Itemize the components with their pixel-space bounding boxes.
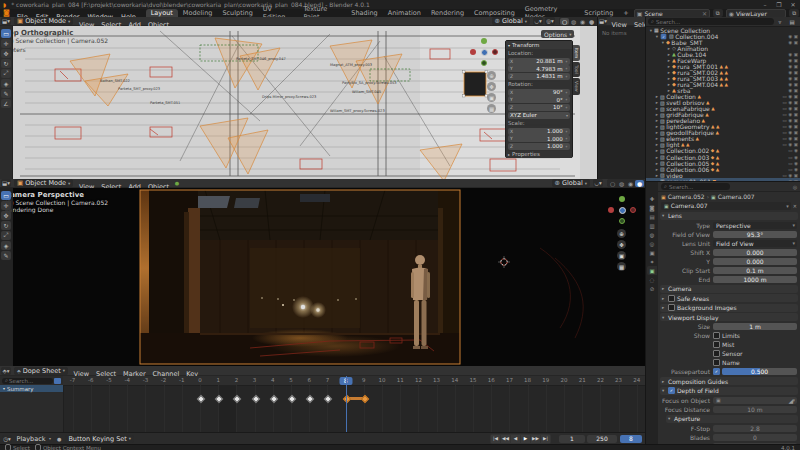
prop-value-field[interactable]: 2.8	[713, 425, 797, 432]
disable-render-icon[interactable]: ▣	[794, 106, 798, 111]
dope-keyframe-area[interactable]	[63, 385, 645, 432]
sensor-checkbox[interactable]	[713, 350, 720, 357]
rendered-shading-icon[interactable]: ●	[587, 18, 596, 25]
plan-canvas[interactable]: Parketa_SMT.046_proxy.047Magnat_ATM_prox…	[0, 26, 597, 179]
output-tab-icon[interactable]: ▤	[647, 212, 657, 221]
dof-checkbox[interactable]: ✓	[668, 387, 675, 394]
disable-viewport-icon[interactable]: ▭	[783, 100, 787, 105]
hide-eye-icon[interactable]: ◉	[788, 58, 792, 63]
location-x-field[interactable]: X20.881 m⚬	[508, 58, 570, 65]
playback-menu[interactable]: Playback	[13, 435, 49, 443]
expand-caret-icon[interactable]: ▾	[654, 34, 660, 39]
section-background-images[interactable]: ▸Background Images	[660, 304, 798, 312]
maximize-button[interactable]: ❐	[772, 0, 786, 9]
strip-editor-type-icon[interactable]: ⬓▾	[599, 17, 607, 25]
prop-value-field[interactable]: Field of View	[713, 240, 797, 247]
camera-view-icon[interactable]: ▣	[487, 93, 496, 102]
properties-panel-collapsed[interactable]: ▸Properties	[506, 151, 572, 158]
mode-dropdown[interactable]: ▣ Object Mode▾	[14, 179, 73, 187]
collection-checkbox[interactable]: ✓	[661, 33, 667, 39]
aperture-section-header[interactable]: ▾Aperture	[666, 415, 798, 423]
render-tab-icon[interactable]: ◙	[647, 203, 657, 212]
annotate-tool-icon[interactable]: ✎	[1, 251, 11, 260]
hide-eye-icon[interactable]: ◉	[788, 100, 792, 105]
pan-hand-icon[interactable]: ✥	[617, 240, 626, 249]
options-dropdown[interactable]: Options▾	[541, 30, 574, 38]
prop-value-field[interactable]: Perspective	[713, 222, 797, 229]
annotate-tool-icon[interactable]: ✎	[1, 89, 11, 98]
editor-type-icon[interactable]: ⬓▾	[1, 179, 11, 187]
minimize-button[interactable]: –	[758, 0, 772, 9]
disable-render-icon[interactable]: ▣	[794, 82, 798, 87]
outliner-options-icon[interactable]: ▤	[787, 18, 797, 26]
play-reverse-button[interactable]: ◀	[511, 435, 520, 443]
rotation-x-field[interactable]: X90°⚬	[508, 89, 570, 96]
wireframe-shading-icon[interactable]: ○	[608, 180, 617, 187]
snap-magnet-icon[interactable]: ◡▾	[533, 17, 543, 25]
transform-panel-header[interactable]: ▾Transform	[506, 41, 572, 49]
breadcrumb-object[interactable]: Camera.052	[668, 193, 705, 200]
disable-viewport-icon[interactable]: ▭	[783, 142, 787, 147]
solid-shading-icon[interactable]: ◍	[569, 18, 578, 25]
disable-render-icon[interactable]: ▣	[794, 124, 798, 129]
new-scene-icon[interactable]: ⧉	[713, 9, 723, 17]
material-shading-icon[interactable]: ◉	[626, 180, 635, 187]
close-button[interactable]: ✕	[786, 0, 800, 9]
scale-y-field[interactable]: Y1.000⚬	[508, 135, 570, 142]
hide-eye-icon[interactable]: ◉	[794, 167, 798, 172]
hide-eye-icon[interactable]: ◉	[788, 40, 792, 45]
disable-viewport-icon[interactable]: ▭	[783, 124, 787, 129]
n-panel-tab-tool[interactable]: Tool	[573, 62, 580, 77]
cursor-tool-icon[interactable]: ✛	[1, 201, 11, 210]
breadcrumb-data[interactable]: Camera.007	[718, 193, 755, 200]
editor-type-icon[interactable]: ⬘▾	[1, 367, 11, 375]
keyframe-diamond[interactable]	[197, 395, 205, 403]
play-button[interactable]: ▶	[521, 435, 530, 443]
jump-end-button[interactable]: ▶|	[541, 435, 550, 443]
workspace-tab-uv-editing[interactable]: UV Editing	[258, 9, 299, 17]
keyframe-diamond[interactable]	[324, 395, 332, 403]
overlay-indicator-icon[interactable]: ●	[175, 180, 179, 186]
prop-value-field[interactable]: 1000 m	[713, 276, 797, 283]
frame-end-field[interactable]: 250	[587, 435, 617, 443]
disable-render-icon[interactable]: ▣	[794, 52, 798, 57]
disable-viewport-icon[interactable]: ▭	[788, 167, 792, 172]
camera-view-icon[interactable]: ▣	[617, 251, 626, 260]
outliner-search-input[interactable]: ⌕ Search...	[648, 18, 774, 25]
proportional-edit-icon[interactable]: ◎▾	[545, 17, 555, 25]
disable-viewport-icon[interactable]: ▭	[783, 112, 787, 117]
dope-sheet-mode-dropdown[interactable]: ⬘ Dope Sheet▾	[14, 367, 68, 375]
viewlayer-tab-icon[interactable]: ▥	[647, 221, 657, 230]
workspace-tab-animation[interactable]: Animation	[383, 9, 426, 17]
mist-checkbox[interactable]	[713, 341, 720, 348]
modifier-tab-icon[interactable]: ✦	[647, 257, 657, 266]
section-safe-areas[interactable]: ▸Safe Areas	[660, 294, 798, 302]
composition-guides-section-header[interactable]: ▸Composition Guides	[660, 377, 798, 385]
depth-of-field-section-header[interactable]: ▾ ✓ Depth of Field	[660, 387, 798, 395]
axis-navigation-gizmo[interactable]	[470, 38, 498, 66]
disable-viewport-icon[interactable]: ▭	[788, 148, 792, 153]
snap-magnet-icon[interactable]: ◡▾	[593, 179, 603, 187]
toggle-perspective-icon[interactable]: ▦	[487, 104, 496, 113]
strip-menu-view[interactable]: View	[608, 21, 630, 29]
select-box-tool-icon[interactable]: ▭	[1, 29, 11, 38]
keyframe-diamond[interactable]	[270, 395, 278, 403]
transform-tool-icon[interactable]: ◈	[1, 79, 11, 88]
material-shading-icon[interactable]: ◉	[578, 18, 587, 25]
editor-type-icon[interactable]: ⬓▾	[1, 17, 11, 25]
blender-menu-icon[interactable]: ◙	[3, 9, 10, 17]
disable-render-icon[interactable]: ▣	[794, 34, 798, 39]
disable-render-icon[interactable]: ▣	[794, 100, 798, 105]
location-y-field[interactable]: Y4.7983 m⚬	[508, 65, 570, 72]
keyframe-diamond[interactable]	[361, 395, 369, 403]
physics-tab-icon[interactable]: ◌	[647, 275, 657, 284]
rotation-z-field[interactable]: Z10°⚬	[508, 104, 570, 111]
summary-channel[interactable]: ▾Summary	[0, 385, 63, 392]
workspace-tab-geometry-nodes[interactable]: Geometry Nodes	[520, 9, 580, 17]
name-checkbox[interactable]	[713, 359, 720, 366]
disable-render-icon[interactable]: ▣	[794, 40, 798, 45]
dope-search-input[interactable]: ⌕ Search...	[2, 378, 53, 384]
only-selected-filter-icon[interactable]	[54, 378, 61, 384]
prev-key-button[interactable]: ◀◀	[501, 435, 510, 443]
workspace-tab-modeling[interactable]: Modeling	[178, 9, 218, 17]
